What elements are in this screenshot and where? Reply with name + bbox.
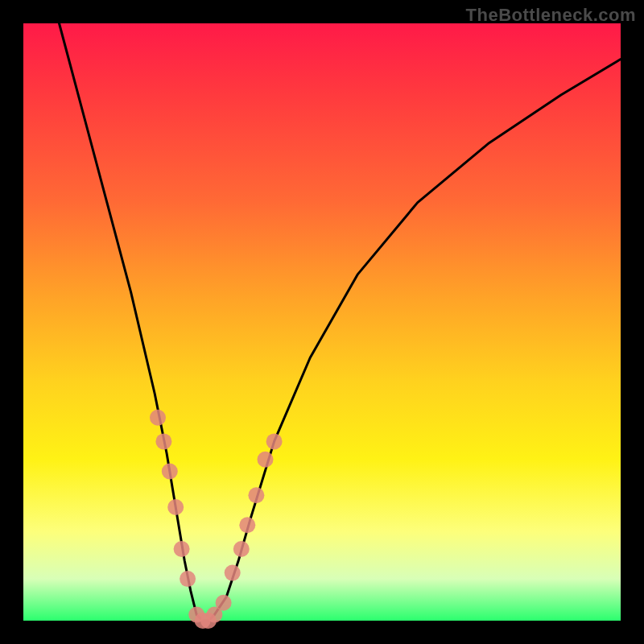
curve-marker [162,464,178,480]
curve-marker [195,613,211,629]
curve-marker [188,607,204,623]
curve-marker [248,487,264,503]
curve-marker [174,541,190,557]
curve-marker [233,541,250,557]
curve-marker [216,595,232,611]
plot-area [23,23,621,621]
chart-frame: TheBottleneck.com [0,0,644,644]
curve-marker [200,613,217,629]
curve-marker [155,433,171,449]
curve-marker [225,565,241,581]
curve-markers [150,410,283,629]
chart-svg [23,23,621,621]
curve-marker [180,571,196,587]
curve-marker [150,410,166,426]
curve-marker [206,607,222,623]
curve-marker [258,452,274,468]
curve-marker [266,433,283,449]
curve-marker [239,517,255,533]
curve-marker [167,499,184,515]
bottleneck-curve [60,23,621,621]
